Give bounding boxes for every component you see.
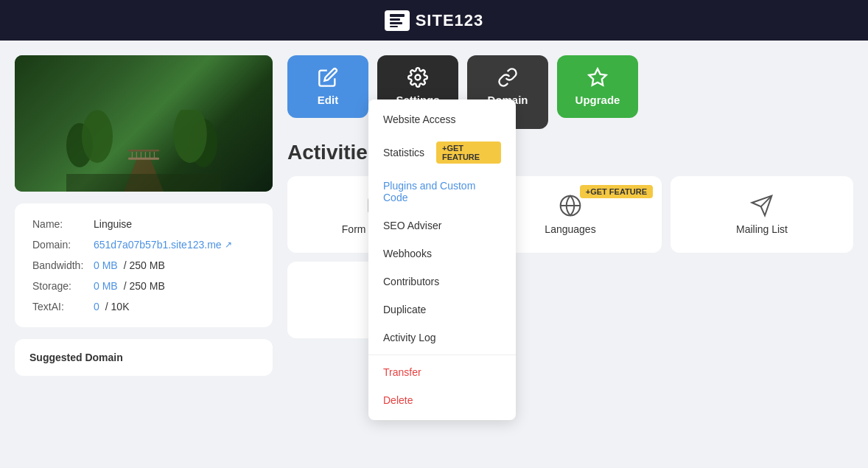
dropdown-divider (368, 355, 516, 355)
svg-marker-20 (589, 69, 606, 85)
svg-point-19 (416, 75, 421, 80)
svg-rect-18 (66, 174, 221, 192)
seo-adviser-label: SEO Adviser (383, 220, 441, 231)
domain-label: Domain: (32, 239, 88, 251)
external-link-icon: ↗ (225, 240, 232, 250)
svg-rect-14 (145, 152, 146, 158)
svg-rect-17 (128, 150, 159, 151)
domain-icon (497, 67, 518, 88)
textai-row: TextAI: 0 / 10K (32, 301, 255, 312)
logo-icon (385, 10, 410, 31)
bandwidth-label: Bandwidth: (32, 259, 88, 271)
svg-rect-3 (390, 26, 398, 27)
svg-rect-1 (390, 18, 400, 21)
top-nav: SITE123 (0, 0, 868, 41)
contributors-label: Contributors (383, 276, 439, 287)
dropdown-seo[interactable]: SEO Adviser (368, 212, 516, 240)
svg-rect-13 (141, 152, 141, 158)
dropdown-delete[interactable]: Delete (368, 386, 516, 414)
website-access-label: Website Access (383, 113, 456, 125)
delete-label: Delete (383, 394, 413, 406)
svg-rect-16 (154, 152, 155, 158)
languages-get-feature-badge: +GET FEATURE (580, 185, 653, 198)
transfer-label: Transfer (383, 366, 421, 378)
suggested-domain-card: Suggested Domain (15, 339, 273, 376)
domain-row: Domain: 651d7a07b57b1.site123.me ↗ (32, 239, 255, 251)
dropdown-activity-log[interactable]: Activity Log (368, 324, 516, 352)
storage-used: 0 MB (94, 280, 118, 292)
textai-total: / 10K (105, 301, 130, 312)
paper-plane-icon (750, 194, 774, 217)
logo-text: SITE123 (416, 11, 484, 30)
activity-mailing-list[interactable]: Mailing List (671, 176, 853, 253)
edit-label: Edit (318, 94, 338, 106)
settings-icon (407, 67, 428, 88)
site-image (15, 55, 273, 192)
statistics-get-feature-badge: +GET FEATURE (436, 142, 501, 164)
dropdown-webhooks[interactable]: Webhooks (368, 240, 516, 268)
logo: SITE123 (385, 10, 484, 31)
bandwidth-used: 0 MB (94, 259, 118, 271)
upgrade-label: Upgrade (575, 94, 620, 106)
svg-point-6 (82, 110, 113, 163)
storage-total: / 250 MB (124, 280, 165, 292)
settings-dropdown: Website Access Statistics +GET FEATURE P… (368, 99, 516, 420)
site-image-inner (15, 55, 273, 192)
left-panel: Name: Linguise Domain: 651d7a07b57b1.sit… (0, 41, 287, 468)
edit-button[interactable]: Edit (287, 55, 368, 118)
languages-label: Languages (545, 223, 595, 235)
dropdown-website-access[interactable]: Website Access (368, 105, 516, 133)
svg-rect-15 (150, 152, 150, 158)
svg-rect-12 (136, 152, 137, 158)
edit-icon (318, 67, 338, 88)
bandwidth-row: Bandwidth: 0 MB / 250 MB (32, 259, 255, 271)
suggested-domain-title: Suggested Domain (29, 352, 123, 363)
languages-icon (559, 194, 582, 217)
info-card: Name: Linguise Domain: 651d7a07b57b1.sit… (15, 203, 273, 327)
upgrade-star-icon (587, 67, 608, 88)
statistics-label: Statistics (383, 147, 424, 158)
dropdown-contributors[interactable]: Contributors (368, 268, 516, 296)
svg-rect-2 (390, 22, 402, 24)
textai-used: 0 (94, 301, 99, 312)
name-row: Name: Linguise (32, 218, 255, 230)
svg-rect-0 (390, 14, 405, 17)
right-panel: Edit Settings ▼ Domain ▼ (287, 41, 868, 468)
plugins-label: Plugins and Custom Code (383, 180, 501, 203)
storage-label: Storage: (32, 280, 88, 292)
name-label: Name: (32, 218, 88, 230)
dropdown-plugins[interactable]: Plugins and Custom Code (368, 172, 516, 212)
activity-log-label: Activity Log (383, 332, 436, 343)
bandwidth-total: / 250 MB (124, 259, 165, 271)
storage-row: Storage: 0 MB / 250 MB (32, 280, 255, 292)
name-value: Linguise (94, 218, 132, 230)
dropdown-duplicate[interactable]: Duplicate (368, 296, 516, 324)
webhooks-label: Webhooks (383, 248, 432, 259)
svg-rect-11 (132, 152, 133, 158)
main-content: Name: Linguise Domain: 651d7a07b57b1.sit… (0, 41, 868, 468)
dropdown-statistics[interactable]: Statistics +GET FEATURE (368, 133, 516, 172)
textai-label: TextAI: (32, 301, 88, 312)
duplicate-label: Duplicate (383, 304, 426, 315)
dropdown-transfer[interactable]: Transfer (368, 358, 516, 386)
domain-link[interactable]: 651d7a07b57b1.site123.me ↗ (94, 239, 232, 251)
mailing-list-label: Mailing List (736, 223, 788, 235)
upgrade-button[interactable]: Upgrade (557, 55, 638, 118)
